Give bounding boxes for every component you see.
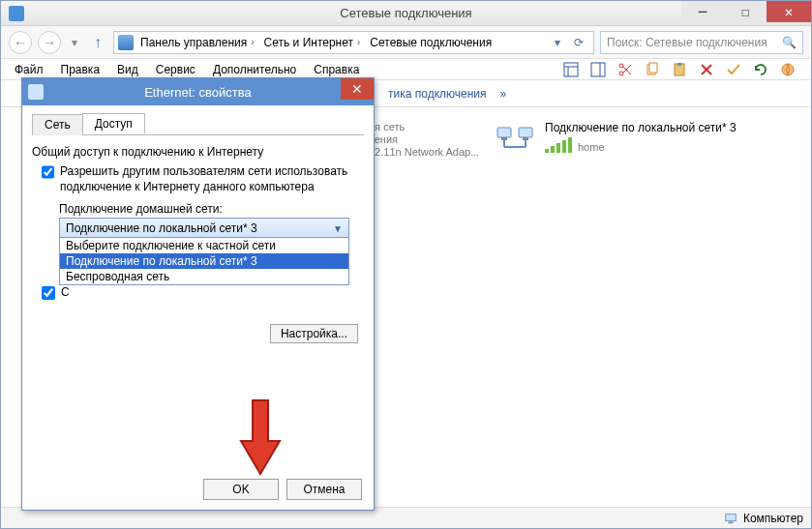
dialog-close-button[interactable]: ✕ [341, 78, 374, 100]
nav-history-dropdown[interactable]: ▾ [67, 31, 82, 54]
connection-item-lan3[interactable]: Подключение по локальной сети* 3 home [495, 121, 737, 162]
svg-point-5 [619, 72, 623, 75]
svg-rect-23 [726, 514, 737, 520]
menu-advanced[interactable]: Дополнительно [205, 61, 304, 78]
svg-rect-10 [649, 63, 657, 73]
window-controls: ─ ☐ ✕ [681, 1, 811, 22]
combo-selected-text: Подключение по локальной сети* 3 [66, 221, 257, 235]
paste-icon[interactable] [668, 59, 691, 80]
delete-icon[interactable] [695, 59, 718, 80]
home-connection-dropdown: Выберите подключение к частной сети Подк… [59, 238, 349, 285]
menu-tools[interactable]: Сервис [148, 61, 203, 78]
connection-title: ая сеть [369, 121, 479, 132]
breadcrumb-seg-2[interactable]: Сетевые подключения [367, 36, 495, 49]
menu-help[interactable]: Справка [306, 61, 367, 78]
computer-icon [724, 512, 737, 525]
checkbox-allow-sharing[interactable] [42, 165, 54, 179]
shell-icon[interactable] [776, 59, 799, 80]
svg-rect-19 [523, 137, 528, 140]
breadcrumb-label: Сетевые подключения [370, 36, 492, 49]
ethernet-properties-dialog: Ethernet: свойства ✕ Сеть Доступ Общий д… [21, 77, 375, 511]
breadcrumb-label: Сеть и Интернет [264, 36, 353, 49]
close-button[interactable]: ✕ [767, 1, 811, 22]
menu-file[interactable]: Файл [7, 61, 51, 78]
connection-title: Подключение по локальной сети* 3 [545, 121, 737, 134]
breadcrumb-seg-0[interactable]: Панель управления › [137, 36, 257, 49]
svg-point-6 [619, 64, 623, 68]
breadcrumb-seg-1[interactable]: Сеть и Интернет › [261, 36, 364, 49]
svg-line-7 [623, 67, 631, 74]
window-title: Сетевые подключения [340, 6, 471, 20]
checkbox-allow-control-label: C [61, 285, 70, 301]
cmd-more-icon[interactable]: » [500, 87, 507, 101]
settings-button[interactable]: Настройка... [270, 324, 358, 343]
window-titlebar: Сетевые подключения ─ ☐ ✕ [1, 1, 811, 26]
dialog-tabs: Сеть Доступ [32, 113, 364, 135]
connection-adapter: 02.11n Network Adap... [369, 146, 479, 158]
connection-status: home [578, 141, 605, 153]
address-icon [118, 35, 134, 50]
svg-rect-24 [728, 521, 733, 523]
chevron-down-icon: ▼ [331, 221, 345, 235]
checkbox-allow-sharing-row: Разрешить другим пользователям сети испо… [42, 164, 364, 194]
checkbox-allow-sharing-label: Разрешить другим пользователям сети испо… [60, 164, 364, 194]
cmd-diagnose[interactable]: тика подключения [388, 87, 487, 101]
chevron-right-icon: › [251, 37, 254, 47]
menu-view[interactable]: Вид [109, 61, 146, 78]
svg-rect-0 [564, 63, 578, 76]
svg-line-8 [623, 65, 631, 73]
dialog-titlebar[interactable]: Ethernet: свойства ✕ [22, 78, 374, 105]
check-icon[interactable] [722, 59, 745, 80]
status-computer: Компьютер [743, 512, 803, 525]
home-connection-label: Подключение домашней сети: [59, 202, 364, 216]
dropdown-option-2[interactable]: Беспроводная сеть [60, 269, 348, 284]
refresh-button[interactable]: ⟳ [568, 32, 589, 53]
dropdown-option-1[interactable]: Подключение по локальной сети* 3 [60, 253, 348, 269]
checkbox-allow-control[interactable] [42, 286, 55, 300]
home-connection-combo[interactable]: Подключение по локальной сети* 3 ▼ [59, 218, 349, 238]
tab-network[interactable]: Сеть [32, 114, 83, 135]
signal-bars-icon [545, 137, 572, 153]
address-bar[interactable]: Панель управления › Сеть и Интернет › Се… [113, 31, 594, 54]
scissors-icon[interactable] [614, 59, 637, 80]
group-sharing-label: Общий доступ к подключению к Интернету [32, 145, 364, 159]
maximize-button[interactable]: ☐ [724, 1, 767, 22]
dropdown-option-0[interactable]: Выберите подключение к частной сети [60, 238, 348, 253]
svg-rect-12 [677, 63, 681, 66]
connection-sub: чения [369, 133, 479, 145]
dialog-title: Ethernet: свойства [144, 85, 252, 100]
search-icon: 🔍 [782, 36, 797, 49]
svg-rect-16 [497, 128, 511, 137]
window-icon [9, 6, 24, 21]
checkbox-allow-control-row: C [42, 285, 70, 301]
preview-icon[interactable] [586, 59, 610, 80]
home-connection-combo-wrap: Подключение по локальной сети* 3 ▼ Выбер… [59, 218, 349, 238]
copy-icon[interactable] [641, 59, 664, 80]
toolbar-icons [559, 59, 805, 80]
svg-point-15 [782, 64, 794, 75]
up-button[interactable]: ↑ [88, 33, 107, 52]
network-icon [495, 121, 535, 162]
minimize-button[interactable]: ─ [681, 1, 724, 22]
svg-rect-18 [501, 137, 507, 140]
svg-rect-3 [591, 63, 605, 76]
ok-button[interactable]: OK [203, 479, 279, 500]
search-input[interactable]: Поиск: Сетевые подключения 🔍 [600, 31, 803, 54]
menu-edit[interactable]: Правка [53, 61, 108, 78]
search-placeholder: Поиск: Сетевые подключения [607, 36, 767, 49]
address-dropdown-icon[interactable]: ▾ [547, 32, 568, 53]
svg-rect-17 [519, 128, 532, 137]
dialog-body: Сеть Доступ Общий доступ к подключению к… [22, 105, 374, 510]
back-button[interactable]: ← [9, 31, 32, 54]
chevron-right-icon: › [357, 37, 360, 47]
undo-icon[interactable] [749, 59, 772, 80]
dialog-button-row: OK Отмена [203, 479, 362, 500]
dialog-icon [28, 84, 44, 100]
address-row: ← → ▾ ↑ Панель управления › Сеть и Интер… [1, 26, 811, 59]
breadcrumb-label: Панель управления [140, 36, 247, 49]
layout-icon[interactable] [559, 59, 583, 80]
tab-sharing[interactable]: Доступ [82, 113, 145, 134]
forward-button[interactable]: → [38, 31, 61, 54]
cancel-button[interactable]: Отмена [286, 479, 362, 500]
